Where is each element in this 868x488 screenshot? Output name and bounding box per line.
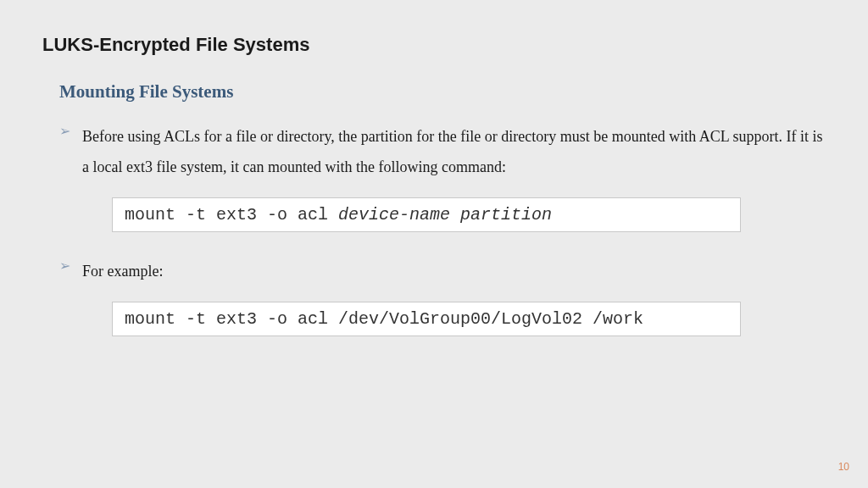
bullet-text: Before using ACLs for a file or director…	[82, 121, 826, 182]
arrow-icon: ➢	[59, 123, 70, 139]
bullet-item: ➢ For example:	[59, 256, 826, 286]
code-text: mount -t ext3 -o acl /dev/VolGroup00/Log…	[125, 309, 643, 329]
code-text: mount -t ext3 -o acl	[125, 205, 338, 225]
bullet-text: For example:	[82, 256, 163, 286]
arrow-icon: ➢	[59, 258, 70, 274]
section-title: Mounting File Systems	[59, 81, 826, 103]
page-number: 10	[838, 461, 849, 473]
code-block: mount -t ext3 -o acl /dev/VolGroup00/Log…	[112, 302, 741, 336]
code-italic: device-name partition	[338, 205, 552, 225]
page-title: LUKS-Encrypted File Systems	[42, 34, 826, 56]
bullet-item: ➢ Before using ACLs for a file or direct…	[59, 121, 826, 182]
code-block: mount -t ext3 -o acl device-name partiti…	[112, 197, 741, 232]
